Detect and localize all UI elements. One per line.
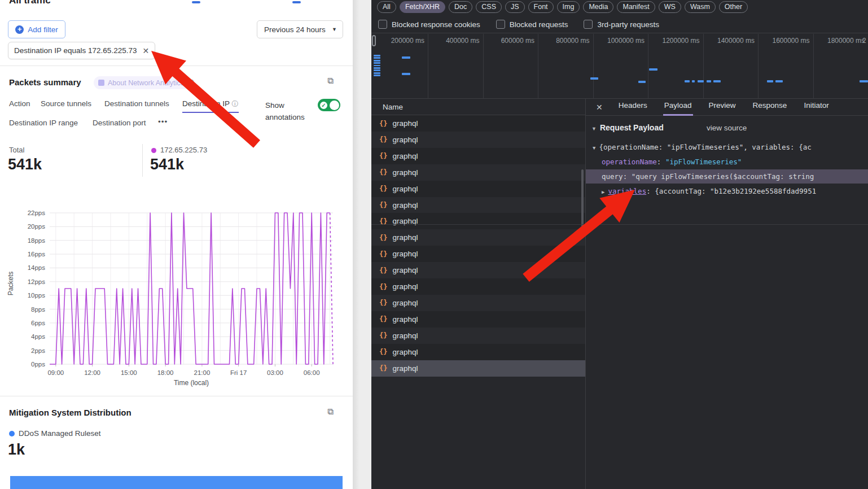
plus-icon: + (15, 25, 24, 34)
timeline-request-mark (374, 72, 380, 74)
timeline-request-mark (685, 80, 690, 82)
tab-preview[interactable]: Preview (708, 98, 737, 116)
request-row[interactable]: {}graphql (371, 295, 585, 311)
request-row[interactable]: {}graphql (371, 229, 585, 246)
timeline-request-mark (713, 80, 721, 82)
tab-headers[interactable]: Headers (617, 98, 648, 116)
show-annotations-toggle[interactable]: ✓ (318, 99, 340, 111)
payload-line[interactable]: operationName: "ipFlowTimeseries" (586, 155, 868, 169)
svg-text:14pps: 14pps (28, 264, 46, 271)
expand-card-icon[interactable]: ⧉ (327, 76, 334, 86)
request-row[interactable]: {}graphql (371, 164, 585, 181)
timeline-request-mark (649, 68, 657, 71)
json-file-icon: {} (379, 250, 387, 258)
check-icon: ✓ (320, 102, 327, 109)
svg-text:22pps: 22pps (28, 209, 46, 216)
request-name: graphql (392, 185, 418, 193)
timeline-request-mark (638, 81, 646, 83)
request-name: graphql (392, 250, 418, 258)
timeline-request-mark (860, 80, 868, 82)
svg-text:0pps: 0pps (31, 361, 45, 368)
payload-line[interactable]: query: "query ipFlowTimeseries($accountT… (586, 169, 868, 184)
tab-destination-ip-range[interactable]: Destination IP range (9, 119, 78, 127)
about-network-analytics-badge[interactable]: About Network Analytics (94, 76, 191, 89)
remove-filter-icon[interactable]: ✕ (142, 46, 149, 55)
tab-initiator[interactable]: Initiator (803, 98, 830, 116)
divider (0, 66, 353, 66)
payload-token: : "query ipFlowTimeseries($accountTag: s… (623, 172, 814, 181)
timeline-request-mark (374, 55, 380, 56)
request-row[interactable]: {}graphql (371, 328, 585, 344)
view-source-link[interactable]: view source (707, 124, 747, 132)
request-row[interactable]: {}graphql (371, 344, 585, 360)
time-range-dropdown[interactable]: Previous 24 hours ▼ (257, 20, 343, 38)
show-annotations-label: Show annotations (265, 99, 305, 123)
timeline-tick-label: 200000 ms (374, 37, 424, 45)
json-file-icon: {} (379, 315, 387, 323)
tab-destination-port[interactable]: Destination port (93, 119, 146, 127)
triangle-down-icon[interactable]: ▼ (593, 145, 595, 151)
tab-source-tunnels[interactable]: Source tunnels (41, 99, 91, 108)
timeline-request-mark (374, 67, 380, 69)
request-row[interactable]: {}graphql (371, 262, 585, 278)
request-row[interactable]: {}graphql (371, 181, 585, 197)
packets-summary-title: Packets summary (9, 77, 81, 87)
request-name: graphql (392, 201, 418, 209)
request-row[interactable]: {}graphql (371, 148, 585, 164)
request-row[interactable]: {}graphql (371, 132, 585, 148)
timeline-request-mark (775, 80, 783, 82)
request-row[interactable]: {}graphql (371, 115, 585, 132)
json-file-icon: {} (379, 299, 387, 307)
timeline-request-mark (374, 57, 380, 59)
tab-destination-tunnels[interactable]: Destination tunnels (104, 99, 169, 108)
packets-timeseries-chart[interactable]: 0pps2pps4pps6pps8pps10pps12pps14pps16pps… (0, 203, 353, 392)
request-row[interactable]: {}graphql (371, 246, 585, 262)
svg-text:Time (local): Time (local) (174, 379, 209, 387)
payload-token: operationName (602, 158, 657, 166)
more-tabs-button[interactable]: ••• (158, 117, 168, 126)
add-filter-button[interactable]: + Add filter (8, 20, 65, 38)
request-payload-section[interactable]: ▼Request Payload (591, 123, 664, 132)
tab-action[interactable]: Action (9, 99, 30, 108)
svg-text:12pps: 12pps (28, 278, 46, 285)
timeline-request-mark (698, 80, 704, 82)
timeline-request-mark (707, 80, 711, 82)
timeline-tick-label: 1000000 ms (594, 37, 645, 45)
close-icon[interactable]: ✕ (596, 103, 603, 112)
request-name: graphql (392, 299, 418, 307)
request-row[interactable]: {}graphql (371, 197, 585, 213)
json-file-icon: {} (379, 331, 387, 339)
tab-destination-ip[interactable]: Destination IP ⓘ (182, 99, 239, 113)
request-list-scrollbar[interactable] (581, 169, 584, 236)
request-row[interactable]: {}graphql (371, 311, 585, 328)
request-row[interactable]: {}graphql (371, 360, 585, 377)
requests-column-header[interactable]: Name (371, 99, 585, 115)
triangle-right-icon[interactable]: ▶ (602, 189, 604, 195)
timeline-request-mark (402, 73, 410, 75)
svg-text:4pps: 4pps (31, 333, 45, 340)
request-detail-tabbar: ✕ HeadersPayloadPreviewResponseInitiator (586, 99, 868, 116)
filter-chip[interactable]: Destination IP equals 172.65.225.73 ✕ (8, 42, 155, 59)
tab-payload[interactable]: Payload (663, 98, 693, 116)
timeline-scroll-nub[interactable] (372, 35, 376, 46)
timeline-request-mark (767, 80, 773, 82)
info-icon[interactable]: ⓘ (232, 100, 239, 108)
mitigation-distribution-bar[interactable] (10, 476, 343, 489)
detail-tabs: HeadersPayloadPreviewResponseInitiator (617, 98, 830, 116)
clock-icon: ◷ (188, 77, 194, 86)
request-row[interactable]: {}graphql (371, 213, 585, 229)
payload-line[interactable]: ▶variables: {accountTag: "b12e3b2192ee55… (586, 184, 868, 198)
request-name: graphql (392, 119, 418, 128)
tab-response[interactable]: Response (752, 98, 788, 116)
series-dot (151, 148, 156, 153)
payload-token: variables (608, 187, 646, 195)
expand-card-icon[interactable]: ⧉ (327, 407, 334, 417)
payload-line[interactable]: ▼{operationName: "ipFlowTimeseries", var… (586, 140, 868, 154)
request-row[interactable]: {}graphql (371, 278, 585, 295)
timeline-request-mark (590, 77, 598, 80)
payload-tree: ▼{operationName: "ipFlowTimeseries", var… (586, 136, 868, 203)
mitigation-value: 1k (8, 441, 25, 459)
network-overview-timeline[interactable]: 200000 ms400000 ms600000 ms800000 ms1000… (371, 0, 868, 98)
divider (371, 224, 868, 225)
svg-text:6pps: 6pps (31, 320, 45, 326)
